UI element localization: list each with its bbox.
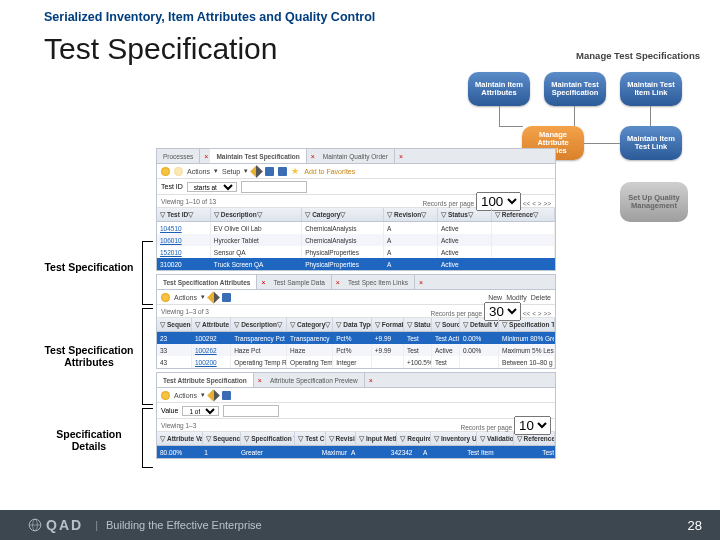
column-header[interactable]: ▽Sequence ▽ <box>157 318 192 331</box>
toolbar-setup[interactable]: Setup <box>222 168 240 175</box>
column-header[interactable]: ▽Specification Type ▽ <box>499 318 555 331</box>
tab-close-icon[interactable]: × <box>257 279 267 286</box>
column-header[interactable]: ▽Source ▽ <box>432 318 460 331</box>
cell: Between 10–80 g Min Max <box>499 356 555 368</box>
table-row[interactable]: 43100200Operating Temp RangeOperating Te… <box>157 356 555 368</box>
table-row[interactable]: 106010Hyrocker TabletChemicalAnalysisAAc… <box>157 234 555 246</box>
tab-close-icon[interactable]: × <box>200 153 210 160</box>
bracket-3 <box>142 408 153 468</box>
column-header[interactable]: ▽Category ▽ <box>302 208 384 221</box>
filter-value[interactable] <box>241 181 307 193</box>
column-header[interactable]: ▽Revision ▽ <box>326 432 356 445</box>
column-header[interactable]: ▽Attribute ID ▽ <box>192 318 231 331</box>
tab-test-attr-spec[interactable]: Test Attribute Specification <box>157 373 254 387</box>
tab-close-icon[interactable]: × <box>254 377 264 384</box>
grid2-icon[interactable] <box>278 167 287 176</box>
cell: A <box>384 222 438 234</box>
tab-maintain-test-spec[interactable]: Maintain Test Specification <box>210 149 306 163</box>
cell: Test <box>432 356 460 368</box>
column-header[interactable]: ▽Status ▽ <box>404 318 432 331</box>
records-label: Records per page <box>431 310 483 317</box>
cell: 100262 <box>192 344 231 356</box>
column-header[interactable]: ▽Data Type ▽ <box>333 318 371 331</box>
column-header[interactable]: ▽Format ▽ <box>372 318 404 331</box>
toolbar-delete[interactable]: Delete <box>531 294 551 301</box>
column-header[interactable]: ▽Sequence ▽ <box>203 432 241 445</box>
column-header[interactable]: ▽Status ▽ <box>438 208 492 221</box>
table-row[interactable]: 23100292Transparency PctTransparencyPct%… <box>157 332 555 344</box>
column-header[interactable]: ▽Input Method ▽ <box>356 432 397 445</box>
filter-operator[interactable]: 1 of <box>182 406 219 416</box>
table-row[interactable]: 80.00%1GreaterMaximum 87%A342342ATest It… <box>157 446 555 458</box>
cell: Truck Screen QA <box>211 258 302 270</box>
filter-operator[interactable]: starts at <box>187 182 237 192</box>
column-header[interactable]: ▽Category ▽ <box>287 318 333 331</box>
tab-test-spec-item-links[interactable]: Test Spec Item Links <box>342 275 415 289</box>
panel3-toolbar: Actions▾ <box>157 388 555 403</box>
panel-test-spec-attributes: Test Specification Attributes× Test Samp… <box>156 274 556 369</box>
toolbar-actions[interactable]: Actions <box>174 392 197 399</box>
column-header[interactable]: ▽Attribute Value ▽ <box>157 432 203 445</box>
column-header[interactable]: ▽Revision ▽ <box>384 208 438 221</box>
column-header[interactable]: ▽Test C ▽ <box>295 432 325 445</box>
tab-close-icon[interactable]: × <box>307 153 317 160</box>
toolbar-actions[interactable]: Actions <box>174 294 197 301</box>
tab-attr-spec-preview[interactable]: Attribute Specification Preview <box>264 373 365 387</box>
tab-maintain-quality-order[interactable]: Maintain Quality Order <box>317 149 395 163</box>
table-row[interactable]: 104510EV Olive Oil LabChemicalAnalysisAA… <box>157 222 555 234</box>
tab-close-icon[interactable]: × <box>332 279 342 286</box>
tab-test-sample-data[interactable]: Test Sample Data <box>268 275 332 289</box>
nav-back-icon[interactable] <box>161 293 170 302</box>
toolbar-modify[interactable]: Modify <box>506 294 527 301</box>
tab-test-spec-attributes[interactable]: Test Specification Attributes <box>157 275 257 289</box>
cell: PhysicalProperties <box>302 258 384 270</box>
column-header[interactable]: ▽Inventory Update ▽ <box>431 432 477 445</box>
tab-close-icon[interactable]: × <box>415 279 425 286</box>
column-header[interactable]: ▽Test ID ▽ <box>157 208 211 221</box>
toolbar-actions[interactable]: Actions <box>187 168 210 175</box>
nav-fwd-icon[interactable] <box>174 167 183 176</box>
cell: Minimum 80% Greater <box>499 332 555 344</box>
toolbar-fav[interactable]: Add to Favorites <box>304 168 355 175</box>
cell: Test Active <box>432 332 460 344</box>
star-icon[interactable]: ★ <box>291 167 300 176</box>
table-row[interactable]: 310020Truck Screen QAPhysicalPropertiesA… <box>157 258 555 270</box>
edit-icon[interactable] <box>207 389 220 402</box>
annotation-test-spec: Test Specification <box>44 261 134 273</box>
column-header[interactable]: ▽Description ▽ <box>231 318 287 331</box>
cell: 23 <box>157 332 192 344</box>
edit-icon[interactable] <box>207 291 220 304</box>
grid-icon[interactable] <box>222 391 231 400</box>
column-header[interactable]: ▽Required ▽ <box>397 432 431 445</box>
cell: A <box>420 446 464 458</box>
column-header[interactable]: ▽Specification Type ▽ <box>241 432 295 445</box>
tab-close-icon[interactable]: × <box>365 377 375 384</box>
toolbar-new[interactable]: New <box>488 294 502 301</box>
footer: QAD | Building the Effective Enterprise … <box>0 510 720 540</box>
nav-back-icon[interactable] <box>161 167 170 176</box>
column-header[interactable]: ▽Validation ▽ <box>477 432 514 445</box>
tab-close-icon[interactable]: × <box>395 153 405 160</box>
tab-processes[interactable]: Processes <box>157 149 200 163</box>
table-row[interactable]: 152010Sensor QAPhysicalPropertiesAActive <box>157 246 555 258</box>
bracket-1 <box>142 241 153 305</box>
grid-icon[interactable] <box>265 167 274 176</box>
table-row[interactable]: 33100262Haze PctHazePct%+9.99TestActive0… <box>157 344 555 356</box>
panel1-toolbar: Actions▾ Setup▾ ★ Add to Favorites <box>157 164 555 179</box>
filter-value[interactable] <box>223 405 279 417</box>
cell: Operating Temp Range <box>231 356 287 368</box>
nav-back-icon[interactable] <box>161 391 170 400</box>
logo: QAD <box>28 517 83 533</box>
cell: Pct% <box>333 332 371 344</box>
column-header[interactable]: ▽Reference ▽ <box>492 208 555 221</box>
diag-box-setup-qm: Set Up Quality Management <box>620 182 688 222</box>
column-header[interactable]: ▽Description ▽ <box>211 208 302 221</box>
column-header[interactable]: ▽Reference ▽ <box>514 432 555 445</box>
grid-icon[interactable] <box>222 293 231 302</box>
cell: 152010 <box>157 246 211 258</box>
cell: 80.00% <box>157 446 201 458</box>
column-header[interactable]: ▽Default Value ▽ <box>460 318 499 331</box>
annotation-spec-details: Specification Details <box>44 428 134 452</box>
cell: A <box>384 258 438 270</box>
edit-icon[interactable] <box>250 165 263 178</box>
